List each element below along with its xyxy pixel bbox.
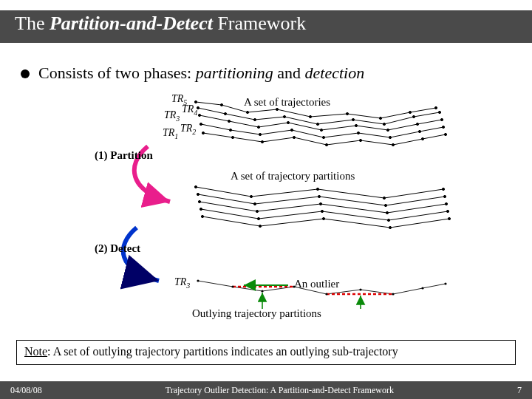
svg-point-43	[421, 137, 423, 140]
ann-outlying-partitions: Outlying trajectory partitions	[192, 307, 321, 320]
svg-point-14	[352, 118, 354, 120]
svg-point-67	[322, 217, 324, 219]
bullet-pre: Consists of two phases:	[38, 64, 196, 82]
bullet-mid: and	[273, 64, 305, 82]
footer-title: Trajectory Outlier Detection: A Partitio…	[166, 385, 394, 396]
svg-point-12	[283, 115, 285, 117]
step-detect: (2) Detect	[95, 242, 140, 255]
title-pre: The	[15, 13, 50, 34]
svg-point-10	[224, 112, 226, 115]
svg-point-31	[322, 136, 324, 138]
svg-point-44	[444, 133, 446, 135]
svg-point-16	[412, 115, 415, 117]
svg-point-39	[293, 136, 295, 138]
svg-point-13	[316, 123, 318, 125]
svg-point-6	[379, 117, 381, 119]
svg-point-8	[434, 106, 437, 109]
svg-point-61	[257, 217, 259, 219]
svg-point-50	[197, 193, 199, 195]
svg-point-21	[287, 121, 289, 123]
svg-point-72	[197, 279, 199, 282]
svg-point-52	[318, 195, 320, 197]
svg-point-34	[418, 130, 420, 132]
svg-point-73	[231, 285, 233, 287]
svg-point-57	[319, 202, 321, 205]
svg-point-38	[261, 140, 263, 143]
svg-point-74	[261, 290, 263, 292]
svg-point-2	[246, 111, 248, 113]
svg-point-59	[445, 202, 447, 205]
svg-point-20	[257, 126, 259, 128]
svg-point-17	[438, 111, 440, 113]
svg-point-15	[383, 123, 385, 125]
footer: 04/08/08 Trajectory Outlier Detection: A…	[0, 381, 532, 399]
svg-point-1	[220, 103, 222, 106]
note-head: Note	[24, 345, 47, 358]
svg-point-4	[309, 115, 311, 117]
svg-point-37	[231, 136, 233, 138]
svg-point-19	[228, 120, 230, 122]
svg-point-36	[202, 132, 204, 134]
svg-point-42	[392, 143, 394, 146]
svg-point-63	[387, 219, 389, 221]
ann-set-trajectories: A set of trajectories	[244, 96, 330, 109]
svg-point-62	[321, 210, 323, 212]
svg-point-30	[290, 129, 293, 131]
svg-point-33	[389, 136, 391, 138]
svg-point-69	[448, 217, 450, 219]
label-tr3b: TR3	[174, 276, 190, 290]
label-tr4: TR4	[182, 103, 197, 117]
svg-point-66	[259, 225, 261, 227]
svg-point-65	[201, 215, 203, 217]
svg-point-54	[443, 195, 446, 197]
svg-point-5	[346, 112, 348, 115]
svg-point-32	[357, 132, 359, 134]
svg-point-55	[198, 200, 200, 202]
bullet-line: Consists of two phases: partitioning and…	[21, 64, 532, 83]
label-tr1: TR1	[163, 127, 178, 140]
svg-point-11	[253, 118, 256, 120]
svg-point-40	[325, 143, 327, 146]
svg-point-68	[389, 226, 391, 228]
svg-point-80	[444, 282, 446, 284]
svg-point-24	[386, 129, 389, 131]
svg-point-79	[421, 287, 423, 289]
svg-point-46	[250, 195, 252, 197]
svg-point-53	[384, 204, 386, 206]
svg-point-76	[325, 293, 327, 295]
svg-point-47	[316, 188, 318, 190]
svg-point-48	[383, 197, 385, 199]
svg-point-35	[442, 126, 444, 128]
svg-point-49	[442, 188, 444, 190]
slide-title: The Partition-and-Detect Framework	[15, 13, 306, 35]
diagram-svg	[0, 87, 532, 338]
svg-point-41	[359, 139, 361, 141]
footer-page: 7	[517, 385, 522, 396]
bullet-text: Consists of two phases: partitioning and…	[38, 64, 364, 83]
svg-point-18	[198, 114, 200, 116]
svg-point-77	[359, 288, 361, 290]
svg-point-64	[446, 210, 449, 212]
diagram: TR5 TR4 TR3 TR2 TR1 A set of trajectorie…	[0, 87, 532, 338]
title-bar: The Partition-and-Detect Framework	[0, 0, 532, 43]
bullet-icon	[21, 69, 30, 78]
svg-point-78	[392, 293, 394, 295]
svg-point-58	[386, 211, 388, 214]
svg-point-60	[200, 208, 202, 210]
svg-point-28	[229, 129, 231, 131]
ann-set-partitions: A set of trajectory partitions	[231, 170, 355, 183]
label-tr2: TR2	[180, 123, 196, 136]
svg-point-22	[320, 129, 322, 131]
bullet-p1: partitioning	[196, 64, 273, 82]
title-bold: Partition-and-Detect	[50, 13, 213, 34]
step-partition: (1) Partition	[95, 149, 153, 162]
title-post: Framework	[213, 13, 306, 34]
label-tr3a: TR3	[164, 109, 180, 123]
svg-point-29	[259, 133, 261, 135]
note-box: Note: A set of outlying trajectory parti…	[16, 340, 516, 365]
svg-point-45	[194, 185, 197, 188]
svg-point-7	[409, 111, 411, 113]
svg-point-25	[416, 123, 418, 125]
footer-date: 04/08/08	[10, 385, 42, 396]
svg-point-26	[440, 118, 443, 120]
